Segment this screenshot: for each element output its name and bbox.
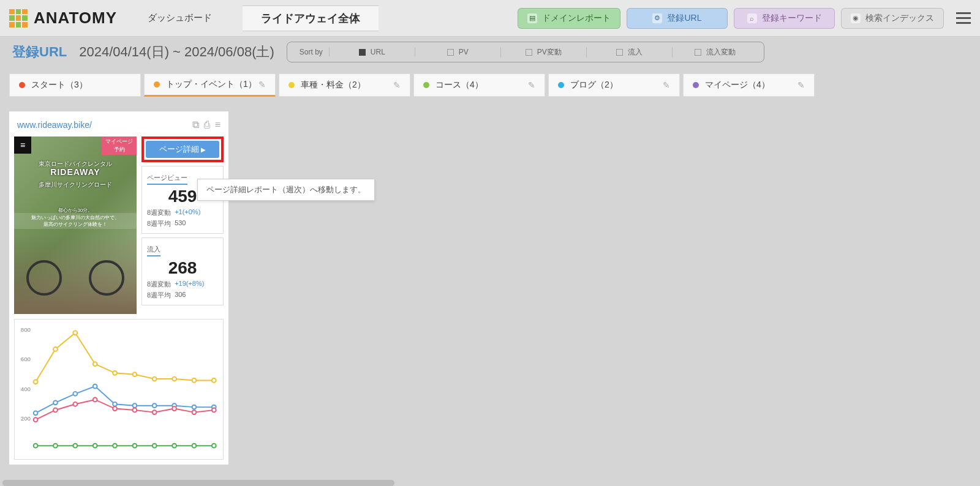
sort-opt-pv[interactable]: PV xyxy=(415,48,500,56)
check-icon xyxy=(695,49,701,56)
svg-point-8 xyxy=(113,371,117,375)
thumb-line3: 多摩川サイクリングロード xyxy=(14,181,137,189)
svg-point-15 xyxy=(53,400,58,405)
thumb-badge: マイページ 予約 xyxy=(102,136,137,155)
external-link-icon[interactable]: ⧉ xyxy=(192,119,199,130)
nav-search-index[interactable]: ◉検索インデックス xyxy=(841,8,944,29)
stat-inflow-label: 流入 xyxy=(147,245,160,256)
tab-3[interactable]: コース（4）✎ xyxy=(413,73,545,97)
page-detail-button[interactable]: ページ詳細 xyxy=(146,141,219,158)
trend-chart: 200400600800 xyxy=(14,319,224,460)
svg-point-43 xyxy=(212,444,216,448)
svg-point-25 xyxy=(53,408,58,413)
svg-point-37 xyxy=(93,444,97,448)
svg-point-13 xyxy=(212,378,216,383)
svg-point-33 xyxy=(212,408,216,413)
hamburger-menu-icon[interactable] xyxy=(956,12,971,24)
tab-dot-icon xyxy=(423,82,429,88)
check-icon xyxy=(616,49,623,56)
breadcrumb-site[interactable]: ライドアウェイ全体 xyxy=(243,6,379,31)
tab-0[interactable]: スタート（3） xyxy=(9,73,141,97)
svg-point-5 xyxy=(53,347,58,351)
card-menu-icon[interactable]: ≡ xyxy=(215,119,221,130)
tabs: スタート（3）トップ・イベント（1）✎車種・料金（2）✎コース（4）✎ブログ（2… xyxy=(0,67,980,103)
sort-opt-inflow[interactable]: 流入 xyxy=(586,47,672,58)
nav-registered-url[interactable]: ⚙登録URL xyxy=(627,8,728,29)
tab-label: ブログ（2） xyxy=(570,80,618,91)
svg-point-22 xyxy=(192,405,197,409)
nav-registered-keyword[interactable]: ⌕登録キーワード xyxy=(734,8,835,29)
tab-label: トップ・イベント（1） xyxy=(166,79,257,90)
svg-point-14 xyxy=(34,411,38,415)
svg-point-4 xyxy=(34,379,38,384)
svg-point-38 xyxy=(113,444,117,448)
detail-button-highlight: ページ詳細 xyxy=(141,136,224,162)
page-thumbnail[interactable]: ≡ マイページ 予約 東京ロードバイクレンタル RIDEAWAY 多摩川サイクリ… xyxy=(14,136,137,314)
gear-icon: ⚙ xyxy=(652,13,662,23)
horizontal-scrollbar[interactable] xyxy=(2,480,394,486)
pencil-icon[interactable]: ✎ xyxy=(663,80,670,90)
svg-point-42 xyxy=(192,444,197,448)
tab-1[interactable]: トップ・イベント（1）✎ xyxy=(144,73,276,97)
stat-pv-label: ページビュー xyxy=(147,173,187,185)
tab-dot-icon xyxy=(154,81,160,88)
stat-inflow-value: 268 xyxy=(147,258,218,278)
svg-point-20 xyxy=(153,403,157,408)
card-url-link[interactable]: www.rideaway.bike/ xyxy=(17,120,187,130)
stat-inflow: 流入 268 8週変動+19(+8%) 8週平均306 xyxy=(141,237,224,305)
date-range: 2024/04/14(日) ~ 2024/06/08(土) xyxy=(79,43,274,61)
svg-point-6 xyxy=(73,331,77,335)
svg-point-11 xyxy=(172,377,176,381)
page-title: 登録URL xyxy=(12,43,67,61)
thumb-line2: RIDEAWAY xyxy=(14,167,137,177)
detail-tooltip: ページ詳細レポート（週次）へ移動します。 xyxy=(197,179,375,201)
svg-point-16 xyxy=(73,392,77,396)
sort-by-label: Sort by xyxy=(293,48,329,56)
url-card: www.rideaway.bike/ ⧉ ⎙ ≡ ≡ マイページ 予約 東京ロー… xyxy=(9,111,228,465)
logo-icon xyxy=(9,9,28,28)
svg-point-9 xyxy=(132,372,137,376)
tab-dot-icon xyxy=(558,82,564,88)
svg-text:200: 200 xyxy=(21,415,31,422)
thumb-menu-icon: ≡ xyxy=(14,136,31,154)
sort-opt-url[interactable]: URL xyxy=(329,48,415,56)
tab-4[interactable]: ブログ（2）✎ xyxy=(548,73,680,97)
pencil-icon[interactable]: ✎ xyxy=(258,80,266,89)
pencil-icon[interactable]: ✎ xyxy=(528,80,535,90)
thumb-line6: 魅力いっぱいの多摩川の大自然の中で、最高のサイクリング体験を！ xyxy=(14,213,137,229)
svg-point-12 xyxy=(192,378,197,383)
nav-domain-report[interactable]: ▤ドメインレポート xyxy=(518,8,620,29)
svg-point-31 xyxy=(172,406,176,411)
check-icon xyxy=(447,49,454,56)
tab-2[interactable]: 車種・料金（2）✎ xyxy=(279,73,410,97)
check-icon xyxy=(359,49,366,56)
bike-illustration xyxy=(14,234,137,314)
svg-text:600: 600 xyxy=(21,356,31,362)
svg-point-19 xyxy=(132,403,137,408)
tab-label: スタート（3） xyxy=(31,80,88,91)
svg-point-40 xyxy=(153,444,157,448)
svg-text:400: 400 xyxy=(21,386,31,392)
svg-point-32 xyxy=(192,410,197,414)
pencil-icon[interactable]: ✎ xyxy=(797,80,805,90)
tab-label: マイページ（4） xyxy=(705,80,770,91)
svg-text:800: 800 xyxy=(21,326,31,333)
svg-point-29 xyxy=(132,408,137,413)
svg-point-30 xyxy=(153,410,157,414)
tab-dot-icon xyxy=(693,82,699,88)
pencil-icon[interactable]: ✎ xyxy=(393,80,401,90)
tab-dot-icon xyxy=(288,82,295,88)
sort-opt-pv-change[interactable]: PV変動 xyxy=(500,47,586,58)
tab-label: 車種・料金（2） xyxy=(301,80,366,91)
sort-opt-inflow-change[interactable]: 流入変動 xyxy=(672,47,758,58)
breadcrumb-dashboard[interactable]: ダッシュボード xyxy=(132,6,227,31)
svg-point-34 xyxy=(34,444,38,448)
tab-5[interactable]: マイページ（4）✎ xyxy=(683,73,815,97)
tab-label: コース（4） xyxy=(435,80,483,91)
globe-icon: ◉ xyxy=(851,13,861,23)
screenshot-icon[interactable]: ⎙ xyxy=(204,119,210,130)
search-icon: ⌕ xyxy=(747,13,757,23)
svg-point-26 xyxy=(73,402,77,406)
svg-point-36 xyxy=(73,444,77,448)
svg-point-24 xyxy=(34,417,38,422)
